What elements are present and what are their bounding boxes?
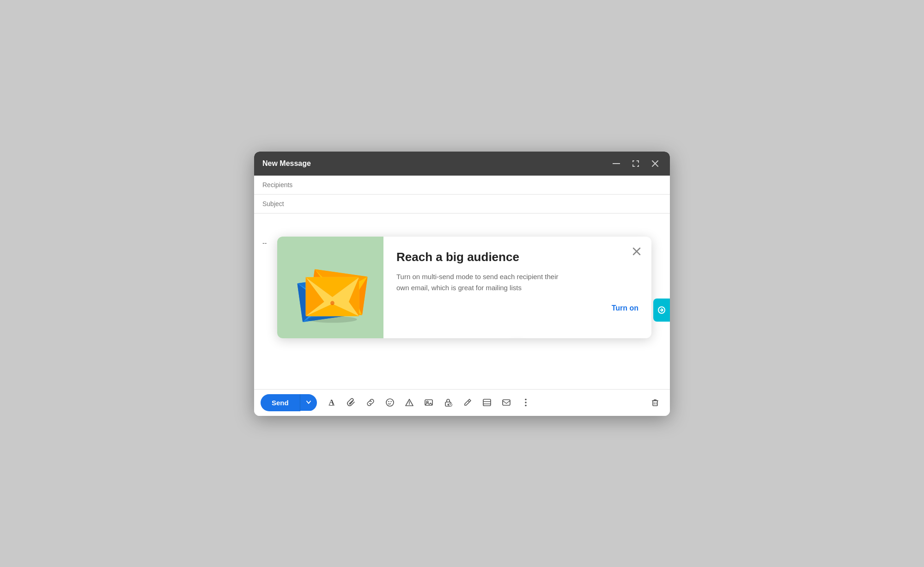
promo-heading: Reach a big audience [396, 250, 638, 265]
delete-button[interactable] [647, 394, 663, 411]
svg-point-46 [525, 405, 527, 407]
template-button[interactable] [498, 394, 515, 411]
envelope-illustration [289, 250, 372, 324]
send-button[interactable]: Send [261, 394, 300, 411]
compose-body[interactable]: -- [254, 213, 670, 389]
more-options-button[interactable] [517, 394, 534, 411]
svg-point-21 [308, 316, 357, 323]
send-button-group: Send [261, 394, 317, 411]
photo-button[interactable] [420, 394, 437, 411]
compose-header: New Message [254, 152, 670, 176]
expand-button[interactable] [629, 157, 642, 170]
promo-description: Turn on multi-send mode to send each rec… [396, 271, 572, 293]
svg-point-44 [525, 399, 527, 401]
svg-line-39 [468, 401, 469, 402]
promo-image [277, 237, 383, 338]
svg-rect-43 [503, 400, 510, 405]
subject-field [254, 195, 670, 213]
close-icon [652, 160, 658, 167]
svg-line-38 [450, 405, 451, 405]
multi-send-fab[interactable] [653, 299, 670, 322]
svg-rect-40 [483, 399, 491, 406]
expand-icon [632, 160, 639, 167]
subject-input[interactable] [262, 200, 662, 207]
recipients-input[interactable] [262, 181, 662, 189]
template-icon [502, 398, 511, 407]
lock-button[interactable] [440, 394, 456, 411]
svg-rect-47 [653, 401, 657, 406]
svg-point-26 [388, 401, 389, 402]
link-button[interactable] [362, 394, 379, 411]
attach-icon [346, 398, 356, 407]
promo-close-button[interactable] [629, 244, 644, 259]
minimize-button[interactable] [610, 157, 623, 170]
drive-icon [405, 398, 414, 407]
svg-rect-0 [613, 163, 620, 164]
close-button[interactable] [649, 157, 662, 170]
promo-action: Turn on [396, 304, 638, 312]
promo-content: Reach a big audience Turn on multi-send … [383, 237, 651, 338]
chevron-down-icon [306, 399, 311, 405]
svg-point-30 [409, 404, 410, 405]
emoji-button[interactable] [382, 394, 398, 411]
promo-close-icon [632, 247, 641, 256]
more-options-icon [525, 398, 527, 407]
compose-window: New Message [254, 152, 670, 416]
format-text-button[interactable]: A [323, 394, 340, 411]
minimize-icon [613, 163, 620, 164]
svg-point-25 [386, 399, 394, 406]
compose-title: New Message [262, 159, 311, 168]
header-actions [610, 157, 662, 170]
pen-button[interactable] [459, 394, 476, 411]
compose-toolbar: Send A [254, 389, 670, 416]
svg-point-45 [525, 402, 527, 403]
multi-send-icon [657, 306, 666, 314]
send-dropdown-button[interactable] [300, 394, 317, 411]
layout-button[interactable] [479, 394, 495, 411]
emoji-icon [385, 398, 395, 407]
turn-on-button[interactable]: Turn on [612, 304, 638, 312]
format-text-icon: A [329, 398, 334, 407]
promo-card: Reach a big audience Turn on multi-send … [277, 237, 651, 338]
link-icon [366, 398, 375, 407]
attach-button[interactable] [343, 394, 359, 411]
delete-icon [650, 398, 660, 407]
drive-button[interactable] [401, 394, 418, 411]
photo-icon [424, 398, 433, 407]
svg-point-20 [330, 301, 334, 305]
pen-icon [463, 398, 472, 407]
recipients-field [254, 176, 670, 195]
lock-icon [444, 398, 453, 407]
svg-point-27 [390, 401, 391, 402]
layout-icon [482, 398, 492, 407]
